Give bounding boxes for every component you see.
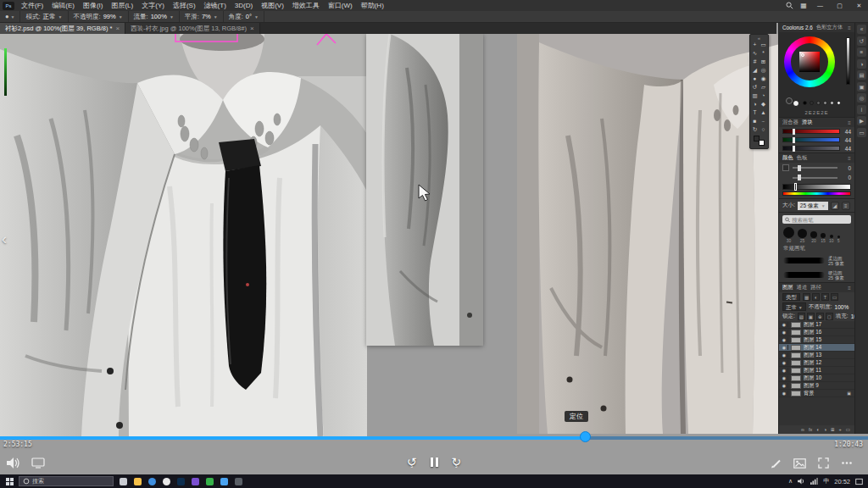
layer-group-icon[interactable]: ⊞ bbox=[831, 427, 835, 432]
panel-menu-icon[interactable]: ≡ bbox=[848, 25, 851, 30]
minimize-button[interactable]: — bbox=[813, 0, 827, 11]
type-tool[interactable]: T bbox=[751, 108, 760, 117]
adjustment-layer-icon[interactable]: ◑ bbox=[824, 427, 826, 432]
timeline-icon[interactable]: ▶ bbox=[857, 116, 866, 125]
gradient-tool[interactable]: ▥ bbox=[751, 92, 760, 100]
info-icon[interactable]: i bbox=[857, 105, 866, 114]
canvas-area[interactable]: ‹ bbox=[0, 34, 868, 474]
brush-search-input[interactable] bbox=[792, 217, 849, 223]
tray-expand-icon[interactable]: ∧ bbox=[788, 478, 793, 485]
blend-mode-select[interactable]: 正常 ▼ bbox=[782, 302, 806, 311]
shade-swatch[interactable] bbox=[803, 101, 807, 105]
zoom-tool[interactable]: ○ bbox=[760, 125, 768, 134]
shade-swatch[interactable] bbox=[830, 101, 834, 105]
lock-pixels-icon[interactable]: ▣ bbox=[807, 313, 815, 320]
opacity-value[interactable]: 100% bbox=[835, 304, 849, 310]
brush-settings-button[interactable]: ≡ bbox=[842, 202, 850, 210]
ime-indicator[interactable]: 中 bbox=[823, 477, 829, 485]
foreground-background-swatches[interactable] bbox=[754, 136, 765, 146]
menu-image[interactable]: 图像(I) bbox=[79, 0, 108, 11]
lock-transparency-icon[interactable]: ▨ bbox=[798, 313, 805, 320]
angle-value[interactable]: 0° bbox=[246, 13, 252, 20]
shade-swatch[interactable] bbox=[810, 101, 814, 105]
action-center-icon[interactable] bbox=[855, 478, 863, 485]
move-tool[interactable]: + bbox=[751, 41, 760, 49]
tray-volume-icon[interactable] bbox=[798, 478, 805, 485]
spot-heal-tool[interactable]: ◎ bbox=[760, 66, 768, 75]
brush-preset-dot[interactable]: 10 bbox=[829, 235, 834, 243]
search-icon[interactable] bbox=[786, 2, 794, 9]
tab-color-cube[interactable]: 色彩立方体 bbox=[816, 24, 843, 31]
lock-position-icon[interactable]: ⊕ bbox=[816, 313, 824, 320]
close-icon[interactable]: × bbox=[250, 25, 254, 32]
new-layer-icon[interactable]: + bbox=[839, 427, 842, 432]
navigator-icon[interactable]: ◎ bbox=[857, 93, 866, 103]
image-icon[interactable] bbox=[793, 458, 806, 469]
properties-icon[interactable]: ≡ bbox=[857, 47, 866, 57]
taskbar-search[interactable]: 搜索 bbox=[19, 476, 114, 486]
brush-tool-preset[interactable]: ● ▼ bbox=[0, 11, 20, 22]
brush-preset-dot[interactable]: 5 bbox=[837, 236, 840, 243]
brush-preset-dot[interactable]: 25 bbox=[798, 229, 807, 243]
player-back-icon[interactable]: ‹ bbox=[2, 230, 7, 248]
collapse-dock-icon[interactable]: « bbox=[857, 25, 866, 34]
brush-preset-row[interactable]: 硬边圆25 像素 bbox=[779, 268, 854, 282]
size-value[interactable]: 25 像素▼ bbox=[798, 202, 828, 210]
history-icon[interactable]: ↺ bbox=[857, 36, 866, 46]
visibility-toggle-icon[interactable]: ◉ bbox=[781, 360, 788, 365]
pen-tool[interactable]: ◆ bbox=[760, 100, 768, 108]
shade-swatch[interactable] bbox=[816, 101, 821, 105]
brush-preset-dot[interactable]: 30 bbox=[783, 227, 794, 243]
brush-preset-row[interactable]: 柔边圆25 像素 bbox=[779, 253, 854, 268]
clone-stamp-tool[interactable]: ◉ bbox=[760, 75, 768, 83]
lock-all-icon[interactable]: ◻ bbox=[826, 313, 833, 320]
brush-preset-dot[interactable]: 20 bbox=[810, 231, 817, 243]
workspace-switcher-icon[interactable]: ▦ bbox=[799, 2, 808, 9]
menu-file[interactable]: 文件(F) bbox=[17, 0, 47, 11]
forward-button[interactable]: ↻5 bbox=[452, 454, 462, 469]
taskbar-code-editor[interactable] bbox=[231, 474, 246, 488]
pixel-filter-icon[interactable]: ▦ bbox=[803, 293, 810, 301]
history-brush-tool[interactable]: ↺ bbox=[751, 83, 760, 92]
menu-window[interactable]: 窗口(W) bbox=[324, 0, 357, 11]
type-filter-icon[interactable]: T bbox=[821, 293, 829, 301]
styles-icon[interactable]: ▤ bbox=[857, 70, 866, 80]
smoothing-value[interactable]: 7% bbox=[202, 13, 211, 20]
fullscreen-icon[interactable] bbox=[818, 458, 829, 469]
flow-option[interactable]: 流量:100%▼ bbox=[129, 11, 180, 22]
pen-icon[interactable] bbox=[771, 458, 782, 469]
grayscale-ramp[interactable] bbox=[782, 184, 851, 190]
hue-ramp[interactable] bbox=[782, 191, 851, 196]
lasso-tool[interactable]: ∿ bbox=[751, 49, 760, 58]
brush-search[interactable] bbox=[782, 215, 851, 224]
tab-layers-0[interactable]: 图层 bbox=[782, 284, 793, 291]
menu-view[interactable]: 视图(V) bbox=[257, 0, 288, 11]
shape-tool[interactable]: ■ bbox=[751, 117, 760, 125]
delete-layer-icon[interactable]: ▭ bbox=[846, 427, 850, 432]
canvas-artwork-left-shirt[interactable] bbox=[0, 34, 373, 436]
eraser-tool[interactable]: ▱ bbox=[760, 83, 768, 92]
layer-mask-icon[interactable]: ◐ bbox=[816, 427, 819, 432]
tab-layers-1[interactable]: 通道 bbox=[797, 284, 808, 291]
close-icon[interactable]: × bbox=[115, 25, 120, 32]
mode-option[interactable]: 模式:正常▼ bbox=[20, 11, 68, 22]
taskbar-media-player[interactable] bbox=[188, 474, 203, 488]
layer-row[interactable]: ◉背景▣ bbox=[779, 390, 854, 397]
maximize-button[interactable]: ▢ bbox=[832, 0, 847, 11]
link-layers-icon[interactable]: ∞ bbox=[801, 427, 804, 432]
frame-tool[interactable]: ⊞ bbox=[760, 58, 768, 66]
volume-icon[interactable] bbox=[7, 458, 21, 469]
tab-color-0[interactable]: 颜色 bbox=[782, 154, 793, 162]
notes-icon[interactable]: ▭ bbox=[857, 128, 866, 137]
menu-layer[interactable]: 图层(L) bbox=[107, 0, 137, 11]
visibility-toggle-icon[interactable]: ◉ bbox=[781, 368, 788, 373]
flow-value[interactable]: 100% bbox=[151, 13, 167, 20]
adjustments-icon[interactable]: ◑ bbox=[857, 59, 866, 69]
fg-bg-swatches[interactable] bbox=[786, 97, 799, 107]
taskbar-photoshop[interactable] bbox=[174, 474, 188, 488]
color-slider-0[interactable]: 0 bbox=[779, 163, 854, 173]
layer-effects-icon[interactable]: fx bbox=[809, 427, 812, 432]
menu-filter[interactable]: 滤镜(T) bbox=[200, 0, 231, 11]
color-slider-1[interactable]: 0 bbox=[779, 173, 854, 182]
clock[interactable]: 20:52 bbox=[834, 478, 850, 485]
